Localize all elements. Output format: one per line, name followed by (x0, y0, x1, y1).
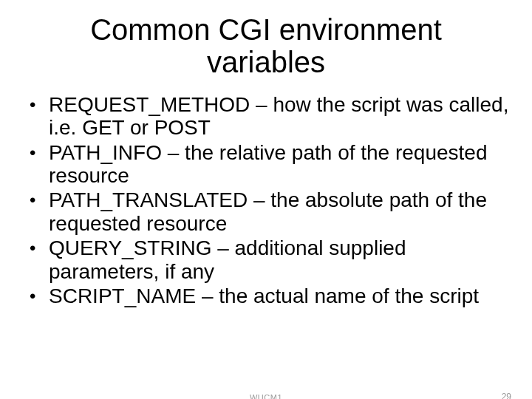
page-number: 29 (502, 392, 511, 399)
slide: Common CGI environment variables REQUEST… (0, 13, 532, 399)
bullet-list: REQUEST_METHOD – how the script was call… (22, 93, 510, 307)
footer-label: WUCM1 (0, 393, 532, 399)
list-item: SCRIPT_NAME – the actual name of the scr… (22, 284, 510, 307)
slide-body: REQUEST_METHOD – how the script was call… (22, 93, 510, 307)
list-item: QUERY_STRING – additional supplied param… (22, 236, 510, 283)
list-item: PATH_INFO – the relative path of the req… (22, 141, 510, 188)
list-item: REQUEST_METHOD – how the script was call… (22, 93, 510, 140)
slide-title: Common CGI environment variables (30, 13, 502, 78)
list-item: PATH_TRANSLATED – the absolute path of t… (22, 188, 510, 235)
